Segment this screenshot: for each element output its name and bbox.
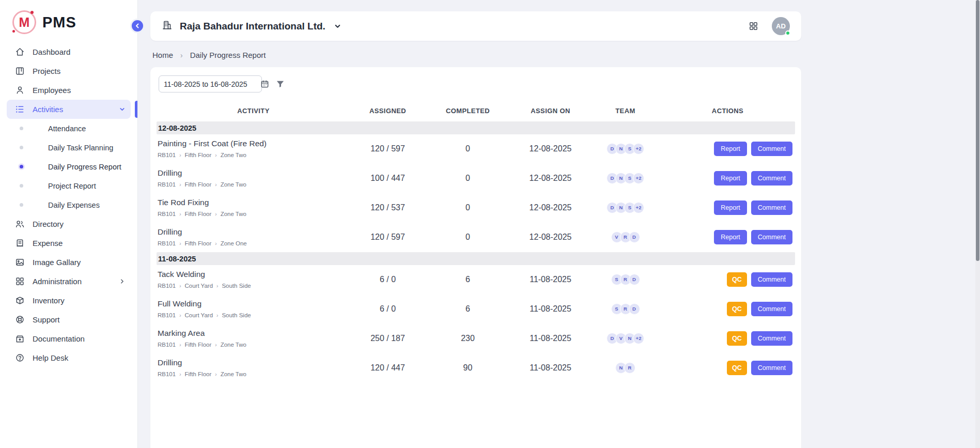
comment-button[interactable]: Comment	[751, 142, 792, 156]
report-button[interactable]: Report	[714, 171, 747, 186]
scrollbar-thumb[interactable]	[976, 0, 979, 261]
team-avatars: SRD	[590, 274, 660, 285]
table-row: Drilling RB101›Fifth Floor›Zone Two 100 …	[157, 164, 795, 193]
progress-table: ACTIVITY ASSIGNED COMPLETED ASSIGN ON TE…	[157, 100, 795, 383]
sidebar-item-help-desk[interactable]: Help Desk	[7, 348, 131, 367]
completed-value: 6	[425, 275, 510, 284]
sidebar-subitem-daily-progress-report[interactable]: Daily Progress Report	[7, 157, 131, 176]
sidebar-item-projects[interactable]: Projects	[7, 61, 131, 81]
comment-button[interactable]: Comment	[751, 331, 792, 346]
main-area: Raja Bahadur International Ltd. AD Home …	[138, 11, 980, 448]
sidebar-item-documentation[interactable]: Documentation	[7, 329, 131, 348]
qc-button[interactable]: QC	[727, 331, 747, 346]
image-icon	[15, 257, 25, 267]
team-avatars: VRD	[590, 231, 660, 243]
chevron-down-icon	[119, 106, 126, 113]
sidebar-item-dashboard[interactable]: Dashboard	[7, 42, 131, 61]
user-avatar[interactable]: AD	[772, 17, 790, 35]
sidebar-item-expense[interactable]: Expense	[7, 234, 131, 253]
path-segment: RB101	[158, 181, 176, 188]
path-segment: RB101	[158, 283, 176, 289]
bullet-icon	[20, 203, 23, 207]
team-avatar[interactable]: R	[624, 362, 635, 374]
activity-name: Drilling	[158, 168, 350, 178]
comment-button[interactable]: Comment	[751, 230, 792, 244]
sidebar-item-administration[interactable]: Administration	[7, 272, 131, 291]
qc-button[interactable]: QC	[727, 302, 747, 316]
company-selector[interactable]: Raja Bahadur International Ltd.	[162, 20, 341, 33]
path-segment: RB101	[158, 152, 176, 158]
team-more-badge[interactable]: +2	[633, 173, 644, 184]
sidebar-item-directory[interactable]: Directory	[7, 214, 131, 234]
row-actions: ReportComment	[660, 171, 795, 186]
assign-on-value: 12-08-2025	[510, 233, 590, 242]
team-avatar[interactable]: D	[629, 231, 640, 243]
path-segment: RB101	[158, 312, 176, 318]
qc-button[interactable]: QC	[727, 361, 747, 375]
date-range-value[interactable]	[164, 80, 257, 88]
team-avatar[interactable]: D	[629, 303, 640, 315]
sidebar-subitem-project-report[interactable]: Project Report	[7, 176, 131, 195]
activity-name: Drilling	[158, 227, 350, 237]
column-header-activity: ACTIVITY	[157, 107, 350, 115]
chevron-right-icon	[119, 278, 126, 285]
report-button[interactable]: Report	[714, 200, 747, 215]
bullet-icon	[20, 184, 23, 188]
chevron-separator: ›	[179, 182, 181, 188]
sidebar-item-employees[interactable]: Employees	[7, 81, 131, 100]
table-row: Tie Rod Fixing RB101›Fifth Floor›Zone Tw…	[157, 193, 795, 223]
sidebar-subitem-daily-expenses[interactable]: Daily Expenses	[7, 195, 131, 214]
table-row: Full Welding RB101›Court Yard›South Side…	[157, 295, 795, 324]
comment-button[interactable]: Comment	[751, 171, 792, 186]
chevron-separator: ›	[215, 241, 216, 246]
breadcrumb-home[interactable]: Home	[152, 51, 173, 59]
scrollbar-track[interactable]	[975, 0, 980, 448]
calendar-icon[interactable]	[260, 80, 269, 88]
assign-on-value: 11-08-2025	[510, 334, 590, 343]
breadcrumb: Home › Daily Progress Report	[152, 51, 801, 59]
apps-grid-icon[interactable]	[749, 21, 758, 31]
row-actions: QCComment	[660, 361, 795, 375]
sidebar-item-support[interactable]: Support	[7, 310, 131, 329]
filter-funnel-icon[interactable]	[275, 79, 285, 89]
sidebar-item-activities[interactable]: Activities	[7, 100, 131, 119]
chevron-separator: ›	[179, 152, 181, 158]
path-segment: Fifth Floor	[185, 152, 212, 158]
building-icon	[162, 20, 173, 33]
path-segment: RB101	[158, 371, 176, 377]
row-actions: ReportComment	[660, 200, 795, 215]
path-segment: RB101	[158, 240, 176, 246]
qc-button[interactable]: QC	[727, 272, 747, 287]
team-more-badge[interactable]: +2	[633, 333, 644, 344]
bullet-icon	[20, 146, 23, 149]
assigned-value: 6 / 0	[350, 275, 425, 284]
sidebar-subitem-attendance[interactable]: Attendance	[7, 119, 131, 138]
chevron-down-icon	[334, 22, 341, 30]
table-row: Drilling RB101›Fifth Floor›Zone Two 120 …	[157, 353, 795, 383]
chevron-separator: ›	[216, 283, 218, 289]
team-avatar[interactable]: D	[629, 274, 640, 285]
report-button[interactable]: Report	[714, 142, 747, 156]
team-more-badge[interactable]: +2	[633, 202, 644, 213]
comment-button[interactable]: Comment	[751, 361, 792, 375]
comment-button[interactable]: Comment	[751, 302, 792, 316]
comment-button[interactable]: Comment	[751, 200, 792, 215]
chevron-separator: ›	[179, 283, 181, 289]
chevron-separator: ›	[215, 372, 216, 377]
pms-logo-icon: M	[12, 10, 36, 34]
sidebar-subitem-daily-task-planning[interactable]: Daily Task Planning	[7, 138, 131, 157]
path-segment: Fifth Floor	[185, 371, 212, 377]
checklist-icon	[15, 104, 25, 114]
comment-button[interactable]: Comment	[751, 272, 792, 287]
sidebar-item-image-gallary[interactable]: Image Gallary	[7, 253, 131, 272]
sidebar-collapse-button[interactable]	[130, 19, 145, 33]
team-avatars: DNS+2	[590, 143, 660, 155]
date-range-input[interactable]	[159, 75, 262, 92]
team-avatars: DNS+2	[590, 173, 660, 184]
report-button[interactable]: Report	[714, 230, 747, 244]
brand-logo[interactable]: M PMS	[0, 0, 137, 40]
team-more-badge[interactable]: +2	[633, 143, 644, 155]
sidebar-item-inventory[interactable]: Inventory	[7, 291, 131, 310]
path-segment: Zone Two	[221, 342, 246, 348]
assigned-value: 120 / 447	[350, 363, 425, 373]
